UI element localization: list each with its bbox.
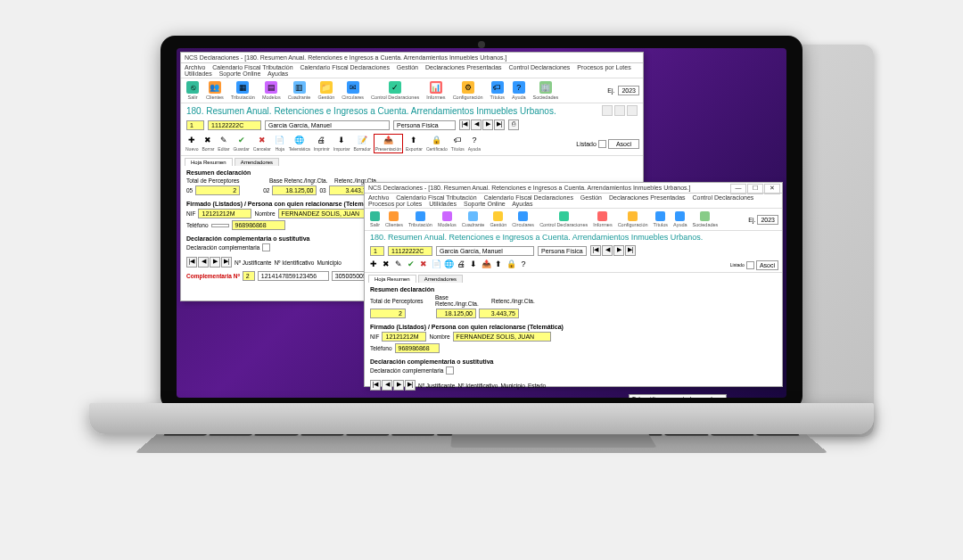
total-input[interactable]: 2 <box>195 185 240 195</box>
menu-item[interactable]: Control Declaraciones <box>509 64 571 70</box>
tb-control[interactable]: Control Declaraciones <box>538 210 589 228</box>
tel-input[interactable]: 968986868 <box>232 220 285 230</box>
listado-checkbox[interactable] <box>746 261 754 269</box>
tb-titulos[interactable]: 🏷Títulos <box>489 80 507 101</box>
tb-config[interactable]: ⚙Configuración <box>451 80 485 101</box>
tb-control[interactable]: ✓Control Declaraciones <box>369 80 421 101</box>
tb2-telematica[interactable]: 🌐Telemática <box>288 135 311 152</box>
tb-clientes[interactable]: 👥Clientes <box>204 80 226 101</box>
comp-num-input[interactable]: 2 <box>243 271 255 281</box>
nif-input[interactable]: 12121212M <box>382 332 426 342</box>
tb-circulares[interactable]: ✉Circulares <box>340 80 366 101</box>
nav-first[interactable]: |◀ <box>459 119 470 130</box>
tb-clientes[interactable]: Clientes <box>383 210 405 228</box>
ej-year[interactable]: 2023 <box>618 86 639 95</box>
tb2-icon[interactable]: ? <box>518 259 529 270</box>
nombre-input[interactable]: FERNANDEZ SOLIS, JUAN <box>453 332 551 342</box>
nav2-first[interactable]: |◀ <box>370 380 381 391</box>
tel-input[interactable]: 968986868 <box>395 343 440 353</box>
nif-input[interactable]: 12121212M <box>198 209 251 218</box>
tab-arrendadores[interactable]: Arrendadores <box>235 158 279 166</box>
client-name[interactable]: García García, Manuel <box>265 120 390 130</box>
doc-icon[interactable] <box>627 105 638 116</box>
comp-checkbox[interactable] <box>262 243 270 251</box>
tb2-guardar[interactable]: ✔Guardar <box>232 135 250 152</box>
menu-item[interactable]: Ayudas <box>512 201 532 207</box>
menu-item[interactable]: Archivo <box>368 194 389 201</box>
close-icon[interactable]: ✕ <box>764 184 780 194</box>
tb2-icon[interactable]: ✚ <box>368 259 379 270</box>
tb2-icon[interactable]: ✖ <box>381 259 391 270</box>
menu-item[interactable]: Archivo <box>185 64 205 70</box>
menu-item[interactable]: Ayudas <box>268 70 288 77</box>
listado-checkbox[interactable] <box>598 140 606 148</box>
client-nif[interactable]: 11122222C <box>388 246 432 256</box>
tb2-icon[interactable]: ✎ <box>393 259 404 270</box>
menu-item[interactable]: Soporte Online <box>464 201 506 207</box>
nav2-prev[interactable]: ◀ <box>382 380 392 391</box>
ej-year[interactable]: 2023 <box>757 215 778 225</box>
tb-tributacion[interactable]: ▦Tributación <box>229 80 257 101</box>
tb2-importar[interactable]: ⬇Importar <box>333 135 351 152</box>
tab-arrendadores[interactable]: Arrendadores <box>418 275 463 283</box>
tb-salir[interactable]: Salir <box>368 210 382 228</box>
total-input[interactable]: 2 <box>370 309 406 318</box>
nav-prev[interactable]: ◀ <box>602 245 613 256</box>
tab-hoja-resumen[interactable]: Hoja Resumen <box>185 158 233 166</box>
client-nif[interactable]: 11122222C <box>208 120 261 130</box>
tb2-icon[interactable]: ⬆ <box>493 259 504 270</box>
nav-next[interactable]: ▶ <box>482 119 493 130</box>
tb2-titulos[interactable]: 🏷Títulos <box>450 135 465 152</box>
menu-item[interactable]: Gestión <box>397 64 418 70</box>
titlebar[interactable]: NCS Declaraciones - [180. Resumen Anual.… <box>181 53 643 63</box>
ident-input[interactable]: 3050050050600000 <box>500 398 558 399</box>
menu-item[interactable]: Gestión <box>580 194 602 201</box>
retenc-input[interactable]: 3.443,75 <box>479 309 519 318</box>
tb-gestion[interactable]: Gestión <box>488 210 508 228</box>
tb2-ayuda[interactable]: ?Ayuda <box>467 135 482 152</box>
menu-item[interactable]: Procesos por Lotes <box>368 201 422 207</box>
nav-next[interactable]: ▶ <box>613 245 624 256</box>
tb2-nuevo[interactable]: ✚Nuevo <box>185 135 199 152</box>
nav-last[interactable]: ▶| <box>625 245 636 256</box>
tb-informes[interactable]: Informes <box>591 210 613 228</box>
client-name[interactable]: García García, Manuel <box>436 246 534 256</box>
tb2-icon[interactable]: 📄 <box>431 259 441 270</box>
nav2-first[interactable]: |◀ <box>186 257 197 268</box>
menu-item[interactable]: Calendario Fiscal Declaraciones <box>484 194 573 201</box>
doc-icon[interactable] <box>614 105 625 116</box>
menu-item[interactable]: Utilidades <box>185 70 212 77</box>
tb-circulares[interactable]: Circulares <box>510 210 536 228</box>
tb-cuadrante[interactable]: ▥Cuadrante <box>286 80 313 101</box>
nav2-next[interactable]: ▶ <box>393 380 404 391</box>
tb2-borrar[interactable]: ✖Borrar <box>201 135 215 152</box>
tb2-icon[interactable]: 🌐 <box>443 259 454 270</box>
menu-item[interactable]: Soporte Online <box>219 70 261 77</box>
nav2-prev[interactable]: ◀ <box>198 257 209 268</box>
tb2-icon[interactable]: ⬇ <box>468 259 479 270</box>
nav-first[interactable]: |◀ <box>590 245 601 256</box>
menu-item[interactable]: Calendario Fiscal Tributación <box>212 64 292 70</box>
nav2-last[interactable]: ▶| <box>405 380 416 391</box>
tb-sociedades[interactable]: Sociedades <box>691 210 720 228</box>
tb2-imprimir[interactable]: 🖨Imprimir <box>313 135 331 152</box>
menu-item[interactable]: Calendario Fiscal Declaraciones <box>300 64 390 70</box>
tab-hoja-resumen[interactable]: Hoja Resumen <box>368 275 416 283</box>
tb-informes[interactable]: 📊Informes <box>424 80 447 101</box>
tel-prefix[interactable] <box>211 224 229 227</box>
tb2-icon[interactable]: 🔒 <box>506 259 516 270</box>
tb-salir[interactable]: ⎋Salir <box>185 80 201 101</box>
fecha-input[interactable]: 03/11/2024 <box>590 398 626 399</box>
client-num[interactable]: 1 <box>370 246 384 256</box>
asoci-button[interactable]: Asoci <box>608 139 639 149</box>
nav-last[interactable]: ▶| <box>494 119 505 130</box>
nav-prev[interactable]: ◀ <box>471 119 482 130</box>
muni-input[interactable]: Murcia <box>561 398 588 399</box>
tb2-icon[interactable]: ✖ <box>418 259 429 270</box>
client-num[interactable]: 1 <box>186 120 204 130</box>
justif-input[interactable]: 1214147859123456 <box>258 271 329 281</box>
menu-item[interactable]: Calendario Fiscal Tributación <box>396 194 476 201</box>
titlebar-2[interactable]: NCS Declaraciones - [180. Resumen Anual.… <box>365 183 782 194</box>
tb-modelos[interactable]: Modelos <box>436 210 458 228</box>
tb2-certificado[interactable]: 🔒Certificado <box>425 135 449 152</box>
